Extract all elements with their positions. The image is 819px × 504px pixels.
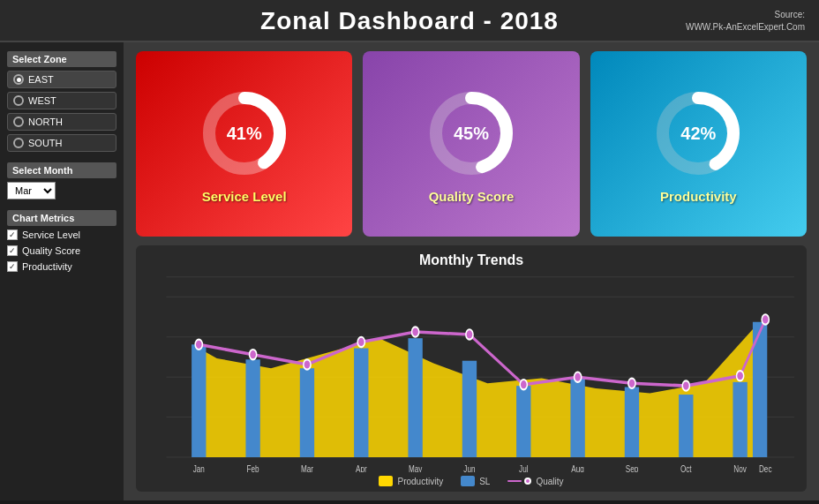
svg-point-40 [682,380,689,390]
svg-point-31 [195,340,202,350]
svg-point-41 [737,371,744,380]
metric-prod-checkbox: ✓ [7,261,18,272]
metric-qs-checkbox: ✓ [7,245,18,256]
zone-north-radio [13,117,24,127]
zone-east-label: EAST [28,74,54,85]
svg-text:Nov: Nov [733,463,747,472]
zone-east[interactable]: EAST [7,71,116,88]
legend-sl: SL [461,476,490,486]
svg-text:Sep: Sep [626,463,639,472]
legend-sl-swatch [461,476,475,486]
svg-point-33 [304,359,311,369]
kpi-quality-score: 45% Quality Score [363,51,579,237]
metric-service-level[interactable]: ✓ Service Level [7,229,116,240]
main-layout: Select Zone EAST WEST NORTH SOUTH [0,42,819,500]
svg-rect-29 [733,382,747,457]
svg-point-42 [762,314,769,324]
kpi-productivity: 42% Productivity [590,51,807,237]
zone-north[interactable]: NORTH [7,113,116,131]
svg-rect-24 [462,361,477,457]
zone-section-title: Select Zone [7,51,116,67]
svg-rect-23 [408,338,422,457]
sl-donut: 41% [196,85,293,182]
month-dropdown[interactable]: JanFebMar AprMayJun JulAugSep OctNovDec [7,182,56,199]
content: 41% Service Level 45% Quality Score [124,42,819,500]
zone-west-label: WEST [28,95,56,106]
legend-quality: Quality [507,476,563,486]
svg-text:Aug: Aug [571,463,584,472]
source-credit: Source: WWW.Pk-AnExcelExpert.Com [686,9,805,34]
zone-south-label: SOUTH [28,138,63,148]
svg-text:Mar: Mar [301,463,314,472]
header: Zonal Dashboard - 2018 Source: WWW.Pk-An… [0,0,819,42]
zone-south[interactable]: SOUTH [7,134,116,152]
svg-point-37 [520,380,527,389]
metric-quality-score[interactable]: ✓ Quality Score [7,245,116,256]
svg-rect-28 [679,395,693,457]
zone-west-radio [13,95,24,106]
svg-point-34 [357,337,364,347]
svg-point-39 [628,379,635,388]
sidebar: Select Zone EAST WEST NORTH SOUTH [0,42,124,500]
svg-text:Apr: Apr [356,463,367,472]
legend-prod-swatch [379,476,393,486]
svg-rect-26 [570,377,584,457]
legend-quality-line [507,480,522,482]
svg-point-35 [412,327,419,336]
legend-quality-line-container [507,478,531,485]
svg-text:Jun: Jun [463,463,475,472]
svg-rect-20 [245,359,259,457]
metric-qs-label: Quality Score [22,245,80,256]
sl-value: 41% [227,123,262,143]
svg-rect-21 [300,368,314,457]
metrics-section: Chart Metrics ✓ Service Level ✓ Quality … [7,210,116,272]
qs-label: Quality Score [429,189,515,204]
chart-legend: Productivity SL Quality [147,476,796,486]
kpi-service-level: 41% Service Level [136,51,352,237]
legend-prod-label: Productivity [397,477,443,486]
sl-label: Service Level [202,189,287,204]
kpi-row: 41% Service Level 45% Quality Score [136,51,807,237]
qs-donut: 45% [423,85,520,182]
metrics-checkbox-group: ✓ Service Level ✓ Quality Score ✓ Produc… [7,229,116,272]
chart-title: Monthly Trends [147,252,796,268]
metric-sl-checkbox: ✓ [7,229,18,240]
zone-south-radio [13,138,24,148]
qs-value: 45% [454,123,489,143]
legend-productivity: Productivity [379,476,443,486]
zone-west[interactable]: WEST [7,92,116,109]
prod-value: 42% [680,123,716,143]
metric-productivity[interactable]: ✓ Productivity [7,261,116,272]
month-select-wrapper: JanFebMar AprMayJun JulAugSep OctNovDec [7,182,116,199]
svg-point-32 [250,350,257,359]
svg-rect-19 [192,344,206,457]
zone-radio-group: EAST WEST NORTH SOUTH [7,71,116,152]
svg-rect-22 [354,349,368,457]
metric-prod-label: Productivity [22,261,72,272]
prod-donut: 42% [650,85,747,182]
legend-quality-label: Quality [536,477,563,486]
svg-text:Jan: Jan [193,463,205,472]
svg-text:Jul: Jul [519,463,528,472]
legend-sl-label: SL [479,477,490,486]
svg-point-38 [575,372,582,382]
metric-sl-label: Service Level [22,229,80,240]
zone-east-radio [13,74,24,85]
zone-section: Select Zone EAST WEST NORTH SOUTH [7,51,116,152]
metrics-section-title: Chart Metrics [7,210,116,226]
svg-text:Feb: Feb [247,463,259,472]
dashboard-title: Zonal Dashboard - 2018 [260,7,559,34]
month-section-title: Select Month [7,162,116,178]
chart-section: Monthly Trends 0% 20% 40% 60% 80% 100% [136,245,807,492]
chart-svg: 0% 20% 40% 60% 80% 100% [147,272,796,472]
month-section: Select Month JanFebMar AprMayJun JulAugS… [7,162,116,199]
chart-area: 0% 20% 40% 60% 80% 100% [147,272,796,472]
zone-north-label: NORTH [28,117,63,127]
prod-label: Productivity [660,189,737,204]
svg-point-36 [466,329,473,339]
svg-text:Oct: Oct [680,463,692,472]
legend-quality-dot [524,478,531,485]
svg-text:Dec: Dec [759,463,772,472]
svg-rect-25 [516,386,530,457]
svg-text:May: May [409,463,422,472]
